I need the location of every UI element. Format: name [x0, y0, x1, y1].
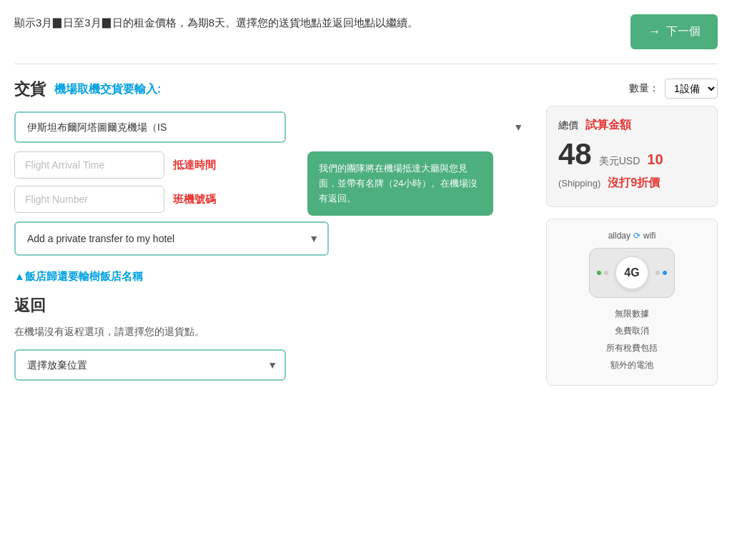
page-wrapper: 顯示3月▉日至3月▉日的租金價格，為期8天。選擇您的送貨地點並返回地點以繼續。 …: [0, 0, 732, 400]
device-led-right: [656, 271, 667, 275]
airport-select-wrapper: 伊斯坦布爾阿塔圖爾克機場（IS ▼: [14, 111, 532, 143]
wifi-label: wifi: [643, 231, 656, 241]
product-image-box: allday ⟳ wifi 4G: [546, 219, 718, 386]
price-top-row: 總價 試算金額: [558, 118, 706, 133]
price-main-row: 48 美元USD 10: [558, 137, 706, 171]
delivery-subtitle: 機場取機交貨要輸入:: [54, 82, 161, 97]
flight-arrival-label: 抵達時間: [173, 159, 216, 172]
hotel-transfer-select[interactable]: Add a private transfer to my hotel: [14, 221, 329, 256]
flight-arrival-wrapper: 抵達時間: [14, 151, 286, 179]
airport-select-arrow-icon: ▼: [513, 121, 523, 133]
led-dot-gray2: [656, 271, 660, 275]
airport-select[interactable]: 伊斯坦布爾阿塔圖爾克機場（IS: [14, 111, 286, 143]
quantity-row: 數量： 1設備: [546, 79, 718, 99]
next-button[interactable]: → 下一個: [630, 14, 718, 49]
wifi-icon: ⟳: [633, 231, 640, 241]
delivery-section-header: 交貨 機場取機交貨要輸入:: [14, 79, 532, 100]
flight-number-label: 班機號碼: [173, 193, 216, 206]
shipping-label: (Shipping): [558, 178, 600, 189]
badge-label: 4G: [624, 266, 639, 279]
led-dot-blue: [663, 271, 667, 275]
top-section: 顯示3月▉日至3月▉日的租金價格，為期8天。選擇您的送貨地點並返回地點以繼續。 …: [14, 14, 718, 64]
device-image: 4G: [589, 248, 675, 298]
airport-tooltip: 我們的團隊將在機場抵達大廳與您見面，並帶有名牌（24小時）。在機場沒有返回。: [307, 151, 493, 216]
feature-1: 無限數據: [606, 305, 658, 322]
next-button-label: 下一個: [666, 24, 701, 39]
return-location-select[interactable]: 選擇放棄位置: [14, 349, 286, 381]
return-section: 返回 在機場沒有返程選項，請選擇您的退貨點。 選擇放棄位置 ▼: [14, 295, 532, 381]
brand-name: allday: [608, 231, 630, 241]
discount-label: 沒打9折價: [608, 176, 660, 191]
right-panel: 數量： 1設備 總價 試算金額 48 美元USD 10 (Shipping): [546, 79, 718, 386]
flight-number-wrapper: 班機號碼: [14, 186, 286, 213]
brand-row: allday ⟳ wifi: [608, 231, 656, 241]
device-4g-badge: 4G: [615, 256, 649, 290]
delivery-label: 交貨: [14, 79, 46, 100]
quantity-label: 數量：: [629, 82, 659, 95]
next-arrow-icon: →: [648, 24, 661, 39]
flight-inputs-row: 抵達時間 班機號碼 我們的團隊將在機場抵達大廳與您見面，並帶有名牌（24小時）。…: [14, 151, 532, 213]
calc-label: 試算金額: [585, 118, 631, 133]
device-led-left: [597, 271, 608, 275]
device-features: 無限數據 免費取消 所有稅費包括 額外的電池: [606, 305, 658, 374]
price-box: 總價 試算金額 48 美元USD 10 (Shipping) 沒打9折價: [546, 106, 718, 207]
return-select-wrapper: 選擇放棄位置 ▼: [14, 349, 286, 381]
left-panel: 交貨 機場取機交貨要輸入: 伊斯坦布爾阿塔圖爾克機場（IS ▼ 抵達時間: [14, 79, 532, 386]
top-description: 顯示3月▉日至3月▉日的租金價格，為期8天。選擇您的送貨地點並返回地點以繼續。: [14, 14, 418, 31]
feature-4: 額外的電池: [606, 356, 658, 374]
led-dot-gray: [604, 271, 608, 275]
hotel-subtitle-row: ▲飯店歸還要輸樹飯店名稱: [14, 270, 532, 284]
flight-number-input[interactable]: [14, 186, 164, 213]
price-main: 48: [558, 137, 592, 171]
led-dot-green: [597, 271, 601, 275]
price-usd: 10: [647, 151, 663, 168]
return-title-row: 返回: [14, 295, 532, 316]
hotel-subtitle: ▲飯店歸還要輸樹飯店名稱: [14, 270, 143, 284]
main-content: 交貨 機場取機交貨要輸入: 伊斯坦布爾阿塔圖爾克機場（IS ▼ 抵達時間: [14, 79, 718, 386]
hotel-transfer-wrapper: Add a private transfer to my hotel ▼: [14, 221, 329, 256]
feature-3: 所有稅費包括: [606, 339, 658, 356]
tooltip-text: 我們的團隊將在機場抵達大廳與您見面，並帶有名牌（24小時）。在機場沒有返回。: [319, 163, 478, 204]
feature-2: 免費取消: [606, 322, 658, 339]
quantity-select[interactable]: 1設備: [665, 79, 718, 99]
return-label: 返回: [14, 295, 46, 316]
flight-inputs-col: 抵達時間 班機號碼: [14, 151, 286, 213]
total-label: 總價: [558, 119, 578, 132]
return-description: 在機場沒有返程選項，請選擇您的退貨點。: [14, 324, 532, 339]
price-shipping-row: (Shipping) 沒打9折價: [558, 176, 706, 191]
flight-arrival-input[interactable]: [14, 151, 164, 179]
price-unit: 美元USD: [599, 155, 640, 168]
